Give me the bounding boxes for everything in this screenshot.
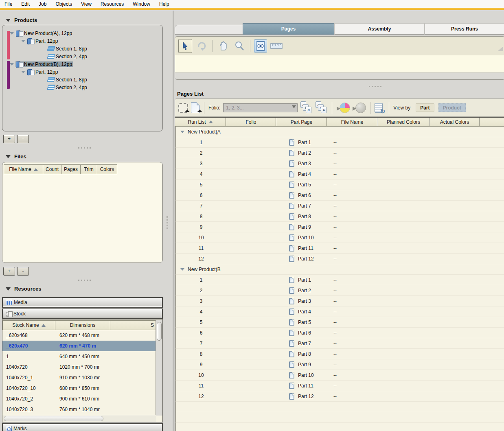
folio-abc-icon[interactable]: ABC <box>300 101 313 114</box>
tree-item-part-12pp[interactable]: Part, 12pp <box>21 37 59 45</box>
tree-item-new-product-a-12pp[interactable]: New Product(A), 12pp <box>10 29 73 37</box>
runlist-row[interactable]: 12Part 12-- <box>175 391 504 402</box>
runlist-column-planned-colors[interactable]: Planned Colors <box>377 118 429 126</box>
runlist-row[interactable]: 10Part 10-- <box>175 370 504 381</box>
runlist-row[interactable]: 6Part 6-- <box>175 190 504 201</box>
marks-accordion-bar[interactable]: Marks <box>2 423 163 431</box>
runlist-row[interactable]: 4Part 4-- <box>175 169 504 179</box>
runlist-row[interactable]: 8Part 8-- <box>175 349 504 359</box>
files-column-count[interactable]: Count <box>43 164 61 174</box>
runlist-row[interactable]: 3Part 3-- <box>175 296 504 306</box>
runlist-column-actual-colors[interactable]: Actual Colors <box>429 118 480 126</box>
runlist-group-new-product-a[interactable]: New Product(A <box>175 127 504 137</box>
stock-column-s[interactable]: S <box>110 320 156 330</box>
stock-column-stock-name[interactable]: Stock Name <box>2 320 55 330</box>
view-by-part-button[interactable]: Part <box>416 103 434 112</box>
runlist-row[interactable]: 11Part 11-- <box>175 381 504 391</box>
runlist-row[interactable]: 3Part 3-- <box>175 158 504 169</box>
menu-item-file[interactable]: File <box>0 1 17 7</box>
tab-pages[interactable]: Pages <box>243 23 334 35</box>
stock-vertical-scrollbar[interactable] <box>156 320 162 416</box>
folio-dropdown[interactable]: 1, 2, 3... <box>223 103 298 112</box>
splitter-toolbar-pageslist[interactable] <box>369 86 381 87</box>
runlist-row[interactable]: 11Part 11-- <box>175 243 504 254</box>
rotate-tool-button[interactable] <box>195 39 208 53</box>
media-accordion-bar[interactable]: Media <box>2 297 163 308</box>
runlist-row[interactable]: 10Part 10-- <box>175 232 504 243</box>
refresh-pages-icon[interactable] <box>375 103 383 113</box>
disclosure-triangle-icon[interactable] <box>21 40 25 42</box>
remove-colors-icon[interactable] <box>355 103 366 113</box>
menu-item-view[interactable]: View <box>77 1 96 7</box>
resources-section-header[interactable]: Resources <box>6 286 41 292</box>
tree-item-section-1-8pp[interactable]: Section 1, 8pp <box>47 76 88 83</box>
vertical-splitter[interactable] <box>163 11 173 431</box>
files-column-colors[interactable]: Colors <box>97 164 117 174</box>
tab-assembly[interactable]: Assembly <box>334 23 425 35</box>
file-add-button[interactable]: + <box>3 267 15 276</box>
tree-item-section-2-4pp[interactable]: Section 2, 4pp <box>47 83 88 91</box>
menu-item-help[interactable]: Help <box>155 1 174 7</box>
products-section-header[interactable]: Products <box>6 17 37 23</box>
runlist-column-part-page[interactable]: Part Page <box>276 118 327 126</box>
disclosure-triangle-icon[interactable] <box>21 71 25 73</box>
stock-row-1040x720_1[interactable]: 1040x720_1910 mm * 1030 mr <box>2 372 156 383</box>
stock-row-1040x720_3[interactable]: 1040x720_3760 mm * 1040 mr <box>2 404 156 415</box>
measure-tool-button[interactable] <box>270 39 283 53</box>
disclosure-triangle-icon[interactable] <box>10 63 14 66</box>
stock-row-_620x468[interactable]: _620x468620 mm * 468 mm <box>2 330 156 341</box>
stock-row-_620x470[interactable]: _620x470620 mm * 470 m <box>2 341 156 351</box>
menu-item-edit[interactable]: Edit <box>17 1 34 7</box>
runlist-group-new-product-b[interactable]: New Product(B <box>175 264 504 275</box>
tree-item-section-2-4pp[interactable]: Section 2, 4pp <box>47 53 88 60</box>
splitter-grip[interactable] <box>167 216 168 229</box>
zoom-tool-button[interactable] <box>232 39 246 53</box>
marquee-select-icon[interactable] <box>178 103 188 113</box>
runlist-row[interactable]: 8Part 8-- <box>175 211 504 222</box>
runlist-row[interactable]: 5Part 5-- <box>175 317 504 328</box>
splitter-products-files[interactable] <box>78 147 91 149</box>
stock-horizontal-scrollbar[interactable] <box>2 415 156 422</box>
file-remove-button[interactable]: - <box>17 267 29 276</box>
files-column-pages[interactable]: Pages <box>61 164 81 174</box>
runlist-row[interactable]: 4Part 4-- <box>175 306 504 317</box>
runlist-row[interactable]: 1Part 1-- <box>175 137 504 148</box>
runlist-row[interactable]: 9Part 9-- <box>175 359 504 370</box>
stock-column-dimensions[interactable]: Dimensions <box>55 320 110 330</box>
add-page-icon[interactable] <box>191 102 200 113</box>
runlist-column-folio[interactable]: Folio <box>226 118 276 126</box>
runlist-row[interactable]: 1Part 1-- <box>175 275 504 285</box>
stock-row-1040x720_2[interactable]: 1040x720_2900 mm * 610 mm <box>2 394 156 404</box>
runlist-row[interactable]: 2Part 2-- <box>175 148 504 158</box>
stock-accordion-bar[interactable]: Stock <box>2 308 163 319</box>
tree-item-part-12pp[interactable]: Part, 12pp <box>21 68 59 76</box>
tree-item-section-1-8pp[interactable]: Section 1, 8pp <box>47 45 88 53</box>
view-by-product-button[interactable]: Product <box>438 103 466 112</box>
runlist-column-run-list[interactable]: Run List <box>175 118 226 126</box>
product-remove-button[interactable]: - <box>17 135 29 143</box>
runlist-row[interactable]: 5Part 5-- <box>175 179 504 190</box>
runlist-row[interactable]: 6Part 6-- <box>175 328 504 338</box>
scrollbar-thumb[interactable] <box>4 416 103 421</box>
runlist-row[interactable]: 9Part 9-- <box>175 222 504 232</box>
menu-item-job[interactable]: Job <box>34 1 51 7</box>
menu-item-resources[interactable]: Resources <box>96 1 128 7</box>
runlist-row[interactable]: 7Part 7-- <box>175 201 504 211</box>
menu-item-objects[interactable]: Objects <box>51 1 77 7</box>
runlist-row[interactable]: 2Part 2-- <box>175 285 504 296</box>
scrollbar-thumb[interactable] <box>157 322 162 341</box>
product-add-button[interactable]: + <box>3 135 15 143</box>
group-collapse-icon[interactable] <box>180 131 184 133</box>
files-section-header[interactable]: Files <box>6 153 26 160</box>
stock-row-1[interactable]: 1640 mm * 450 mm <box>2 351 156 362</box>
tree-item-new-product-b-12pp[interactable]: New Product(B), 12pp <box>10 60 73 68</box>
splitter-files-resources[interactable] <box>78 280 91 281</box>
pan-tool-button[interactable] <box>216 39 230 53</box>
group-collapse-icon[interactable] <box>180 268 184 271</box>
preview-toggle-button[interactable] <box>254 39 267 53</box>
stock-row-1040x720[interactable]: 1040x7201020 mm * 700 mr <box>2 362 156 372</box>
disclosure-triangle-icon[interactable] <box>10 32 14 35</box>
tab-press-runs[interactable]: Press Runs <box>425 23 504 35</box>
runlist-row[interactable]: 12Part 12-- <box>175 254 504 264</box>
pointer-tool-button[interactable] <box>178 39 192 53</box>
